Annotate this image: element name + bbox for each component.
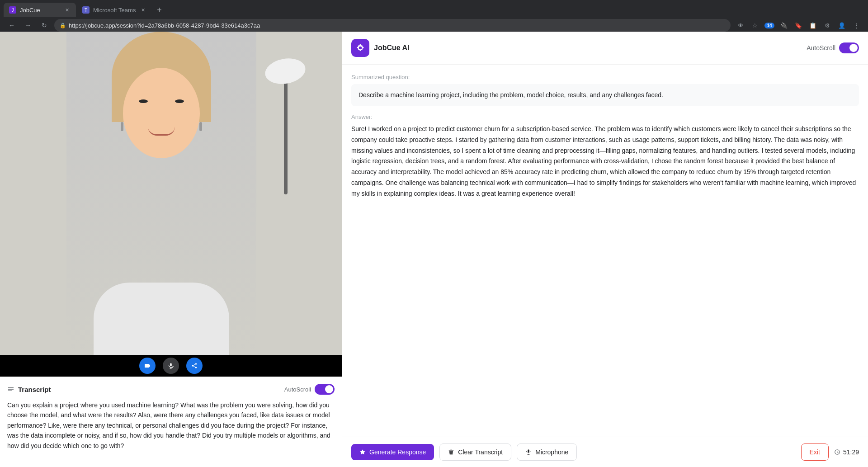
ai-autoscroll: AutoScroll <box>807 42 859 53</box>
ai-answer: Sure! I worked on a project to predict c… <box>351 124 859 199</box>
right-earring <box>199 122 202 131</box>
left-panel: Transcript AutoScroll Can you explain a … <box>0 32 342 467</box>
lock-icon: 🔒 <box>60 23 66 28</box>
ai-logo-svg <box>356 43 365 52</box>
transcript-title-text: Transcript <box>18 386 51 393</box>
ext-2[interactable]: 🔖 <box>792 19 805 32</box>
exit-label: Exit <box>810 448 820 456</box>
clear-label: Clear Transcript <box>458 448 503 456</box>
video-feed <box>0 32 342 355</box>
mic-label: Microphone <box>535 448 568 456</box>
ext-3[interactable]: 📋 <box>807 19 819 32</box>
video-container <box>0 32 342 355</box>
video-mic-button[interactable] <box>163 358 179 374</box>
left-earring <box>121 122 123 131</box>
transcript-autoscroll: AutoScroll <box>284 384 335 395</box>
left-eye <box>139 99 148 103</box>
new-tab-button[interactable]: + <box>153 4 165 16</box>
tab-teams-label: Microsoft Teams <box>93 7 136 14</box>
timer-value: 51:29 <box>843 448 859 456</box>
eye-off-icon[interactable]: 👁 <box>734 19 747 32</box>
video-cam-button[interactable] <box>139 358 156 374</box>
ai-autoscroll-label: AutoScroll <box>807 44 835 52</box>
ai-body: Summarized question: Describe a machine … <box>342 65 868 437</box>
ext-1[interactable]: 🔌 <box>778 19 790 32</box>
mic-icon <box>525 449 532 455</box>
video-toolbar <box>0 355 342 377</box>
right-panel: JobCue AI AutoScroll Summarized question… <box>342 32 868 467</box>
ai-footer: Generate Response Clear Transcript Micro… <box>342 437 868 467</box>
video-share-button[interactable] <box>186 358 203 374</box>
tab-jobcue-close[interactable]: ✕ <box>63 6 71 14</box>
transcript-text: Can you explain a project where you used… <box>7 400 335 451</box>
ai-logo: JobCue AI <box>351 39 410 57</box>
microphone-button[interactable]: Microphone <box>517 443 577 461</box>
transcript-panel: Transcript AutoScroll Can you explain a … <box>0 377 342 467</box>
browser-chrome: J JobCue ✕ T Microsoft Teams ✕ + ← → ↻ 🔒… <box>0 0 868 32</box>
main-content: Transcript AutoScroll Can you explain a … <box>0 32 868 467</box>
face <box>123 68 200 158</box>
address-bar[interactable]: 🔒 https://jobcue.app/session?id=2a78a6bb… <box>54 19 731 32</box>
ext-4[interactable]: ⚙ <box>821 19 834 32</box>
address-text: https://jobcue.app/session?id=2a78a6bb-6… <box>69 22 725 29</box>
person-area <box>66 32 256 355</box>
teams-favicon: T <box>82 6 90 14</box>
clock-icon <box>834 449 840 455</box>
transcript-header: Transcript AutoScroll <box>7 384 335 395</box>
back-button[interactable]: ← <box>5 19 18 32</box>
nav-bar: ← → ↻ 🔒 https://jobcue.app/session?id=2a… <box>0 17 868 33</box>
ai-question: Describe a machine learning project, inc… <box>351 84 859 106</box>
bookmark-icon[interactable]: ☆ <box>749 19 761 32</box>
timer: 51:29 <box>834 448 859 456</box>
transcript-title: Transcript <box>7 386 51 393</box>
tab-teams[interactable]: T Microsoft Teams ✕ <box>77 3 152 17</box>
tab-teams-close[interactable]: ✕ <box>139 6 146 14</box>
tab-jobcue[interactable]: J JobCue ✕ <box>4 3 76 17</box>
exit-button[interactable]: Exit <box>801 443 829 461</box>
generate-label: Generate Response <box>369 448 426 456</box>
ai-logo-icon <box>351 39 369 57</box>
transcript-icon <box>7 386 14 393</box>
ai-autoscroll-toggle[interactable] <box>839 42 859 53</box>
generate-response-button[interactable]: Generate Response <box>351 444 434 460</box>
tab-bar: J JobCue ✕ T Microsoft Teams ✕ + <box>0 0 868 17</box>
profile-icon[interactable]: 👤 <box>835 19 848 32</box>
generate-icon <box>359 449 366 455</box>
nav-actions: 👁 ☆ 14 🔌 🔖 📋 ⚙ 👤 ⋮ <box>734 19 863 32</box>
tab-jobcue-label: JobCue <box>20 7 60 14</box>
smile <box>148 127 175 136</box>
forward-button[interactable]: → <box>22 19 34 32</box>
summarized-label: Summarized question: <box>351 74 859 80</box>
badge-button[interactable]: 14 <box>763 19 776 32</box>
more-icon[interactable]: ⋮ <box>850 19 863 32</box>
reload-button[interactable]: ↻ <box>38 19 51 32</box>
autoscroll-toggle[interactable] <box>315 384 335 395</box>
ai-header: JobCue AI AutoScroll <box>342 32 868 65</box>
shirt <box>94 283 229 355</box>
autoscroll-label: AutoScroll <box>284 386 311 393</box>
lamp-pole <box>284 68 288 194</box>
badge-count: 14 <box>764 23 774 28</box>
clear-transcript-button[interactable]: Clear Transcript <box>439 443 511 461</box>
trash-icon <box>448 449 454 455</box>
answer-label: Answer: <box>351 113 859 120</box>
ai-title: JobCue AI <box>374 44 410 52</box>
jobcue-favicon: J <box>9 6 16 14</box>
right-eye <box>175 99 184 103</box>
